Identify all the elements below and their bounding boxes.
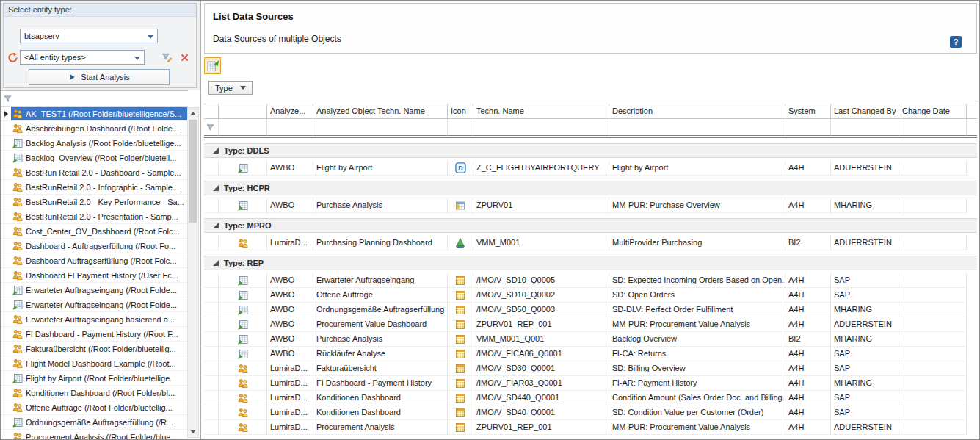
table-row[interactable]: LumiraD...Purchasing Planning DashboardV…	[204, 236, 977, 250]
filter-cell[interactable]	[831, 119, 899, 136]
entity-list-item[interactable]: FI Dashboard - Payment History (/Root F.…	[1, 327, 188, 342]
entity-list-scrollbar[interactable]	[187, 107, 199, 438]
entity-list-item[interactable]: Flight by Airport (/Root Folder/bluetell…	[1, 371, 188, 386]
entity-list-item[interactable]: BestRunRetail 2.0 - Key Performance - Sa…	[1, 195, 188, 209]
group-by-chip[interactable]: Type	[208, 81, 253, 95]
cell-analyzed-object: AWBO	[267, 288, 313, 303]
collapse-group-icon[interactable]	[213, 260, 219, 266]
entity-list-item[interactable]: Dashboard - Auftragserfüllung (/Root Fo.…	[1, 239, 188, 253]
entity-list-item-label: Abschreibungen Dashboard (/Root Folde...	[23, 124, 188, 133]
entity-list-item[interactable]: BestRunRetail 2.0 - Presentation - Samp.…	[1, 209, 188, 224]
table-row[interactable]: AWBOProcurement Value DashboardZPURV01_R…	[204, 317, 977, 332]
cell-object-type	[219, 376, 267, 391]
entity-list-item[interactable]: Abschreibungen Dashboard (/Root Folde...	[1, 121, 188, 136]
workbook-icon	[11, 300, 23, 310]
entity-list-item[interactable]: Dashboard Auftragserfüllung (/Root Folc.…	[1, 253, 188, 268]
filter-cell[interactable]	[313, 119, 448, 136]
group-row[interactable]: Type: MPRO	[204, 218, 977, 233]
entity-list-item[interactable]: Backlog Analysis (/Root Folder/bluetelli…	[1, 136, 188, 151]
cell-last-changed-by: SAP	[831, 361, 899, 376]
cell-object-name: Purchase Analysis	[313, 332, 448, 347]
table-row[interactable]: AWBOErwarteter Auftragseingang/IMO/V_SD1…	[204, 273, 977, 288]
entity-list-item[interactable]: Erwarteter Auftragseingang basierend a..…	[1, 312, 188, 327]
entity-list-item-label: Erwarteter Auftragseingang basierend a..…	[23, 315, 188, 324]
filter-cell[interactable]	[204, 119, 219, 136]
entity-list-item[interactable]: Erwarteter Auftragseingang (/Root Folde.…	[1, 283, 188, 297]
focused-row-indicator	[1, 151, 11, 165]
entity-list-item[interactable]: Dashboard FI Payment History (/User Fc..…	[1, 268, 188, 283]
column-header[interactable]: Icon	[448, 104, 473, 119]
start-analysis-button[interactable]: Start Analysis	[29, 69, 170, 85]
table-row[interactable]: LumiraD...Procurement AnalysisZPURV01_RE…	[204, 420, 977, 435]
workbook-icon	[11, 373, 23, 383]
refresh-button[interactable]	[5, 50, 20, 65]
filter-cell[interactable]	[899, 119, 967, 136]
entity-list-item[interactable]: Offene Aufträge (/Root Folder/bluetellig…	[1, 400, 188, 415]
table-row[interactable]: LumiraD...Konditionen Dashboard/IMO/V_SD…	[204, 391, 977, 405]
group-row[interactable]: Type: DDLS	[204, 143, 977, 158]
filter-edit-button[interactable]	[159, 50, 174, 65]
column-header[interactable]: Change Date	[899, 104, 967, 119]
ddls-icon: D	[455, 162, 466, 173]
help-button[interactable]: ?	[950, 36, 962, 48]
scroll-up-button[interactable]	[188, 108, 198, 119]
table-row[interactable]: LumiraD...Konditionen Dashboard/IMO/V_SD…	[204, 405, 977, 420]
rep-icon	[455, 334, 465, 345]
entity-list-item[interactable]: BestRunRetail 2.0 - Infographic - Sample…	[1, 180, 188, 195]
table-row[interactable]: AWBORückläufer Analyse/IMO/V_FICA06_Q000…	[204, 347, 977, 361]
entity-list-item[interactable]: Flight Model Dashboard Example (/Root...	[1, 356, 188, 371]
table-row[interactable]: LumiraD...FI Dashboard - Payment History…	[204, 376, 977, 391]
filter-cell[interactable]	[448, 119, 473, 136]
filter-cell[interactable]	[609, 119, 785, 136]
cell-last-changed-by: MHARING	[831, 303, 899, 317]
entity-list-item[interactable]: Fakturaübersicht (/Root Folder/bluetelli…	[1, 342, 188, 356]
filter-icon	[4, 95, 12, 103]
scrollbar-thumb[interactable]	[189, 120, 197, 223]
rep-icon	[455, 275, 465, 286]
entity-list-item[interactable]: Backlog_Overview (/Root Folder/bluetell.…	[1, 151, 188, 165]
focused-row-indicator	[1, 107, 11, 120]
entity-list-item[interactable]: Procurement Analysis (/Root Folder/blue.…	[1, 430, 188, 439]
column-header[interactable]: Analyze...	[267, 104, 313, 119]
collapse-group-icon[interactable]	[213, 185, 219, 191]
entity-list-item[interactable]: Erwarteter Auftragseingang (/Root Folde.…	[1, 297, 188, 312]
dashboard-icon	[11, 358, 23, 369]
filter-cell[interactable]	[785, 119, 831, 136]
column-header[interactable]: System	[785, 104, 831, 119]
entity-list-item[interactable]: Cost_Center_OV_Dashboard (/Root Folc...	[1, 224, 188, 239]
entity-list-item[interactable]: BestRun Retail 2.0 - Dashboard - Sample.…	[1, 165, 188, 180]
collapse-group-icon[interactable]	[213, 148, 219, 154]
table-row[interactable]: AWBOPurchase AnalysisZPURV01MM-PUR: Purc…	[204, 198, 977, 213]
table-row[interactable]: AWBOFlight by AirportDZ_C_FLIGHTBYAIRPOR…	[204, 161, 977, 176]
table-row[interactable]: AWBOOffene Aufträge/IMO/V_SD10_Q0002SD: …	[204, 288, 977, 303]
cell-system: A4H	[785, 317, 831, 332]
filter-cell[interactable]	[219, 119, 267, 136]
entity-list-filter-row[interactable]	[1, 90, 188, 107]
column-header[interactable]: Description	[609, 104, 785, 119]
collapse-group-icon[interactable]	[213, 223, 219, 228]
column-header[interactable]	[204, 104, 219, 119]
column-header[interactable]	[219, 104, 267, 119]
filter-cell[interactable]	[267, 119, 313, 136]
table-row[interactable]: LumiraD...Fakturaübersicht/IMO/V_SD30_Q0…	[204, 361, 977, 376]
column-header[interactable]: Last Changed By	[831, 104, 899, 119]
group-row[interactable]: Type: HCPR	[204, 181, 977, 195]
export-to-excel-button[interactable]	[204, 57, 221, 74]
workbook-icon	[238, 320, 248, 330]
entity-list-item[interactable]: Ordnungsgemäße Auftragserfüllung (/R...	[1, 415, 188, 430]
clear-filter-button[interactable]	[177, 50, 192, 65]
column-header[interactable]: Analyzed Object Techn. Name	[313, 104, 448, 119]
focused-row-indicator	[1, 297, 11, 311]
table-row[interactable]: AWBOOrdnungsgemäße Auftragserfüllung/IMO…	[204, 303, 977, 317]
filter-cell[interactable]	[473, 119, 609, 136]
entity-type-combobox[interactable]: <All entity types>	[20, 50, 145, 65]
entity-list-item[interactable]: AK_TEST1 (/Root Folder/bluetelligence/S.…	[1, 107, 188, 121]
group-row[interactable]: Type: REP	[204, 256, 977, 270]
cell-last-changed-by: SAP	[831, 273, 899, 288]
scroll-down-button[interactable]	[188, 426, 198, 437]
table-row[interactable]: AWBOPurchase AnalysisVMM_M001_Q001Backlo…	[204, 332, 977, 347]
entity-list-item[interactable]: Konditionen Dashboard (/Root Folder/bl..…	[1, 386, 188, 400]
column-header[interactable]: Techn. Name	[473, 104, 609, 119]
dashboard-icon	[11, 329, 23, 339]
system-combobox[interactable]: btsapserv	[20, 29, 158, 43]
